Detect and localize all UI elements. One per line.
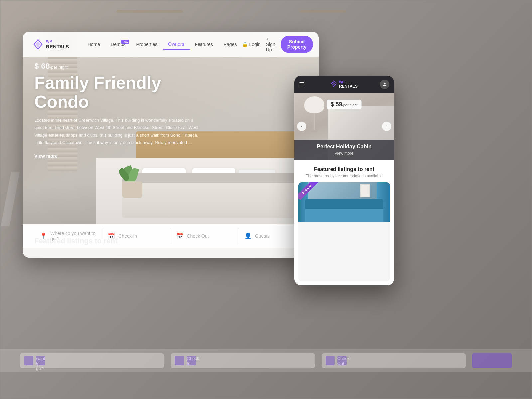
sofa-decoration [305,199,383,222]
mobile-next-arrow[interactable]: › [382,122,391,131]
mobile-lamp [301,96,328,136]
mobile-featured-subtitle: The most trendy accommodations available [300,174,389,178]
hero-content: $ 68/per night Family Friendly Condo Loc… [34,62,214,159]
mobile-prev-arrow[interactable]: ‹ [297,122,306,131]
guests-icon: 👤 [244,232,252,240]
svg-point-4 [384,83,385,84]
plant-leaves [119,160,146,183]
mobile-logo-rentals: RENTALS [339,84,358,89]
mobile-logo-wp: WP [339,80,358,84]
bg-cta [472,353,512,368]
mobile-logo-icon [331,80,337,88]
checkout-icon: 📅 [176,232,184,240]
desktop-navbar: WP RENTALS Home Demos new Properties Own… [23,32,319,57]
svg-marker-1 [36,41,40,47]
plant-decoration [122,181,142,198]
mobile-logo[interactable]: WP RENTALS [331,80,358,89]
hero-title: Family Friendly Condo [34,73,214,111]
nav-owners[interactable]: Owners [163,39,189,50]
mobile-price-amount: $ 59 [331,101,342,108]
checkout-field[interactable]: 📅 Check-Out [171,228,239,244]
mobile-navbar: ☰ WP RENTALS [294,76,394,93]
hero-view-more-link[interactable]: View more [34,153,58,159]
logo-text: WP RENTALS [46,40,69,49]
logo-icon [33,39,43,50]
nav-auth: 🔒 Login + Sign Up Submit Property [242,36,313,53]
price-display: $ 68/per night [34,62,214,71]
checkin-icon: 📅 [108,232,115,240]
sofa-seat [305,209,383,222]
nav-features[interactable]: Features [190,39,218,50]
bg-search-text-2: Check-In [187,356,196,365]
bg-shelf-3 [299,10,346,13]
search-bar: 📍 Where do you want to go ? 📅 Check-In 📅… [23,224,319,248]
mobile-card: ☰ WP RENTALS [294,76,394,285]
desktop-card: WP RENTALS Home Demos new Properties Own… [23,32,319,258]
lamp-post [314,113,315,130]
mobile-price-display: $ 59/per night [327,100,362,109]
lamp-base [311,130,318,132]
blanket-fold [122,173,315,183]
logo[interactable]: WP RENTALS [33,39,69,50]
bg-search-text-1: want to go ? [36,356,45,365]
mobile-logo-text: WP RENTALS [339,80,358,89]
location-placeholder: Where do you want to go ? [50,231,97,241]
logo-wp: WP [46,40,69,43]
lock-icon: 🔒 [242,42,248,47]
bg-search-text-3: Check-Out [337,356,347,365]
demos-badge: new [121,40,130,44]
guests-placeholder: Guests [255,233,270,239]
nav-pages[interactable]: Pages [218,39,242,50]
location-icon: 📍 [40,232,47,240]
lamp-shade [304,96,324,113]
mobile-listing-info: Perfect Holiday Cabin View more [294,140,394,160]
plant-pot [122,181,142,198]
nav-signup[interactable]: + Sign Up [266,36,275,52]
nav-login[interactable]: 🔒 Login [242,42,260,47]
hero-description: Located in the heart of Greenwich Villag… [34,117,200,146]
hero-section: WP RENTALS Home Demos new Properties Own… [23,32,319,251]
mobile-menu-icon[interactable]: ☰ [299,81,304,88]
mobile-featured-section: Featured listings to rent The most trend… [294,160,394,182]
svg-marker-3 [332,82,335,85]
bg-search-3: Check-Out [322,353,466,368]
logo-rentals: RENTALS [46,44,69,49]
login-label: Login [249,42,260,47]
checkin-placeholder: Check-In [118,233,137,239]
featured-badge-wrap: featured [298,182,318,202]
nav-home[interactable]: Home [82,39,105,50]
nav-properties[interactable]: Properties [131,39,163,50]
mobile-price-unit: /per night [342,103,358,107]
bg-shelf-1 [116,10,183,13]
mobile-listing-image: featured [298,182,390,222]
checkin-field[interactable]: 📅 Check-In [102,228,171,244]
mobile-listing-card[interactable]: featured [298,182,390,281]
mobile-view-more-link[interactable]: View more [300,151,389,156]
bg-search-1: want to go ? [20,353,164,368]
featured-badge: featured [298,182,318,200]
submit-property-button[interactable]: Submit Property [281,36,313,53]
bg-search-2: Check-In [171,353,315,368]
price-amount: $ 68 [34,62,50,70]
bg-bottom-bar: want to go ? Check-In Check-Out [0,349,532,372]
blanket [122,178,315,218]
nav-links: Home Demos new Properties Owners Feature… [82,39,242,50]
mobile-user-icon[interactable] [380,80,389,89]
price-unit: /per night [50,65,68,70]
mobile-price: $ 59/per night [327,100,362,109]
mobile-listing-title: Perfect Holiday Cabin [300,144,389,150]
location-field[interactable]: 📍 Where do you want to go ? [34,228,102,244]
checkout-placeholder: Check-Out [187,233,209,239]
mobile-featured-title: Featured listings to rent [300,166,389,172]
nav-demos[interactable]: Demos new [105,39,131,50]
wall-artwork [360,184,370,197]
mobile-hero: $ 59/per night ‹ › Perfect Holiday Cabin… [294,93,394,160]
